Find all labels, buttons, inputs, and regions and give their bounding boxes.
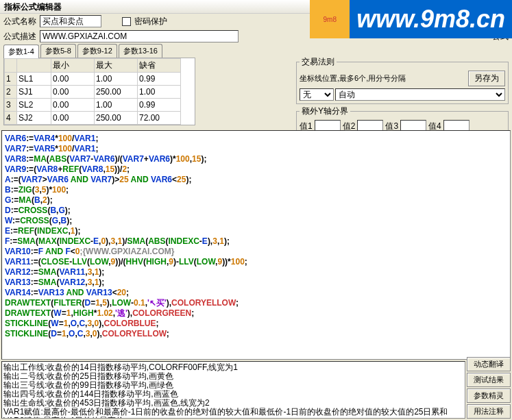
side-buttons: 动态翻译 测试结果 参数精灵 用法注释 xyxy=(467,357,511,419)
param-max-input[interactable] xyxy=(96,112,136,123)
rule-select-1[interactable]: 无 xyxy=(300,88,334,101)
param-min-input[interactable] xyxy=(53,86,93,97)
usage-comment-button[interactable]: 用法注释 xyxy=(467,404,511,419)
param-wizard-button[interactable]: 参数精灵 xyxy=(467,388,511,403)
table-row: 3 xyxy=(5,99,181,112)
table-row: 1 xyxy=(5,73,181,86)
param-def-input[interactable] xyxy=(139,112,179,123)
output-log[interactable]: 输出工作线:收盘价的14日指数移动平均,COLORFF00FF,线宽为1输出二号… xyxy=(1,361,465,419)
coord-label: 坐标线位置,最多6个,用分号分隔 xyxy=(300,73,465,84)
password-label: 密码保护 xyxy=(134,16,167,27)
col-min: 最小 xyxy=(51,59,95,73)
param-min-input[interactable] xyxy=(53,99,93,110)
name-label: 公式名称 xyxy=(3,16,36,27)
param-max-input[interactable] xyxy=(96,99,136,110)
password-checkbox[interactable] xyxy=(122,17,131,26)
trade-rule-fieldset: 交易法则 坐标线位置,最多6个,用分号分隔 另存为 无 自动 xyxy=(296,56,509,104)
formula-name-input[interactable] xyxy=(40,15,101,27)
extra-axis-legend: 额外Y轴分界 xyxy=(300,106,350,117)
param-table: 最小 最大 缺省 1 2 3 4 xyxy=(3,58,195,125)
rule-select-2[interactable]: 自动 xyxy=(335,88,505,101)
table-row: 2 xyxy=(5,86,181,99)
tab-params-1-4[interactable]: 参数1-4 xyxy=(3,45,39,58)
test-result-button[interactable]: 测试结果 xyxy=(467,373,511,387)
save-as-button[interactable]: 另存为 xyxy=(468,71,505,86)
param-def-input[interactable] xyxy=(139,86,179,97)
tab-params-13-16[interactable]: 参数13-16 xyxy=(119,44,162,58)
col-max: 最大 xyxy=(95,59,138,73)
code-editor[interactable]: VAR6:=VAR4*100/VAR1;VAR7:=VAR5*100/VAR1;… xyxy=(1,130,511,360)
param-def-input[interactable] xyxy=(139,99,179,110)
param-name-input[interactable] xyxy=(19,112,46,123)
param-name-input[interactable] xyxy=(19,73,46,84)
trade-legend: 交易法则 xyxy=(300,56,337,68)
param-min-input[interactable] xyxy=(53,73,93,84)
desc-label: 公式描述 xyxy=(3,31,36,42)
param-max-input[interactable] xyxy=(96,73,136,84)
formula-desc-input[interactable] xyxy=(40,30,239,42)
col-def: 缺省 xyxy=(138,59,181,73)
param-def-input[interactable] xyxy=(139,73,179,84)
param-max-input[interactable] xyxy=(96,86,136,97)
window-title: 指标公式编辑器 xyxy=(0,0,512,14)
param-name-input[interactable] xyxy=(19,99,46,110)
param-name-input[interactable] xyxy=(19,86,46,97)
tab-params-5-8[interactable]: 参数5-8 xyxy=(40,44,76,58)
param-min-input[interactable] xyxy=(53,112,93,123)
tab-params-9-12[interactable]: 参数9-12 xyxy=(77,44,117,58)
table-row: 4 xyxy=(5,112,181,125)
dynamic-translate-button[interactable]: 动态翻译 xyxy=(467,357,511,371)
